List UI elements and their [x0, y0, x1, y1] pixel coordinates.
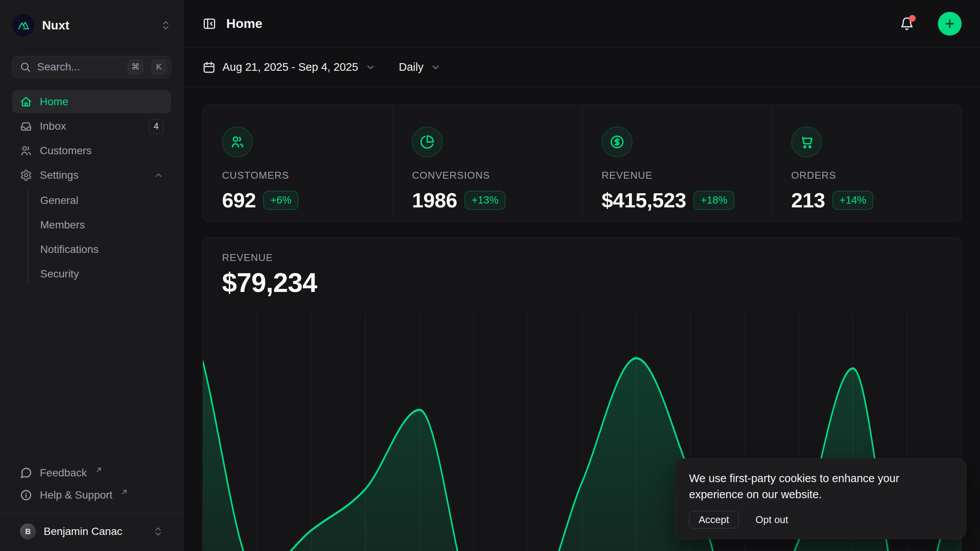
- help-support-link[interactable]: Help & Support: [12, 484, 171, 506]
- stat-customers[interactable]: CUSTOMERS 692 +6%: [203, 105, 392, 221]
- revenue-chart-value: $79,234: [222, 267, 942, 298]
- chevrons-up-down-icon: [160, 20, 171, 31]
- search-icon: [20, 61, 31, 73]
- sidebar-item-home[interactable]: Home: [12, 90, 171, 113]
- stat-delta-badge: +13%: [465, 191, 505, 210]
- granularity-value: Daily: [399, 61, 423, 73]
- stat-revenue[interactable]: REVENUE $415,523 +18%: [582, 105, 772, 221]
- stat-label: REVENUE: [602, 170, 772, 181]
- info-circle-icon: [20, 489, 32, 501]
- settings-subnav: General Members Notifications Security: [12, 188, 171, 286]
- chevron-up-icon: [154, 170, 163, 180]
- avatar: B: [20, 523, 36, 540]
- filters-toolbar: Aug 21, 2025 - Sep 4, 2025 Daily: [184, 47, 980, 87]
- stat-label: CUSTOMERS: [222, 170, 392, 181]
- stat-delta-badge: +18%: [694, 191, 734, 210]
- kbd-k: K: [152, 60, 166, 74]
- team-selector[interactable]: Nuxt: [12, 14, 171, 37]
- stat-value: 213: [791, 188, 825, 212]
- sidebar-item-security[interactable]: Security: [40, 262, 171, 286]
- user-menu[interactable]: B Benjamin Canac: [12, 520, 171, 543]
- cookie-message: We use first-party cookies to enhance yo…: [689, 470, 934, 502]
- sidebar-spacer: [0, 286, 183, 462]
- inbox-icon: [20, 120, 32, 132]
- stat-label: ORDERS: [791, 170, 961, 181]
- page-header: Home: [184, 0, 980, 47]
- feedback-label: Feedback: [40, 467, 87, 479]
- subnav-label: Security: [40, 268, 79, 280]
- stat-conversions[interactable]: CONVERSIONS 1986 +13%: [392, 105, 582, 221]
- inbox-count-badge: 4: [149, 119, 163, 134]
- home-icon: [20, 96, 32, 108]
- sidebar-item-label: Settings: [40, 169, 146, 181]
- stat-value: 692: [222, 188, 256, 212]
- sidebar-item-label: Customers: [40, 145, 91, 157]
- subnav-label: Members: [40, 219, 85, 231]
- sidebar-footer: Feedback Help & Support: [12, 462, 171, 506]
- kbd-cmd: ⌘: [128, 60, 143, 74]
- sidebar-item-customers[interactable]: Customers: [12, 139, 171, 162]
- customers-icon: [20, 145, 32, 157]
- feedback-link[interactable]: Feedback: [12, 462, 171, 484]
- plus-icon: [944, 18, 956, 30]
- sidebar-item-general[interactable]: General: [40, 188, 171, 213]
- date-range-picker[interactable]: Aug 21, 2025 - Sep 4, 2025: [203, 61, 376, 74]
- opt-out-button[interactable]: Opt out: [756, 514, 788, 526]
- team-name: Nuxt: [42, 18, 153, 33]
- cookie-actions: Accept Opt out: [689, 511, 952, 528]
- sidebar-item-notifications[interactable]: Notifications: [40, 237, 171, 262]
- search-placeholder: Search...: [37, 61, 122, 73]
- stat-label: CONVERSIONS: [412, 170, 582, 181]
- accept-cookies-button[interactable]: Accept: [689, 511, 739, 528]
- chevrons-up-down-icon: [153, 526, 163, 537]
- add-button[interactable]: [938, 12, 962, 36]
- users-icon: [222, 127, 253, 157]
- subnav-label: General: [40, 194, 78, 207]
- circle-dollar-icon: [602, 127, 632, 157]
- cookie-banner: We use first-party cookies to enhance yo…: [675, 458, 967, 539]
- sidebar-item-label: Home: [40, 96, 69, 108]
- sidebar-item-label: Inbox: [40, 120, 141, 132]
- external-link-icon: [95, 466, 102, 473]
- granularity-select[interactable]: Daily: [399, 61, 441, 73]
- settings-gear-icon: [20, 169, 32, 181]
- external-link-icon: [121, 489, 128, 496]
- subnav-guide-line: [28, 191, 28, 282]
- subnav-label: Notifications: [40, 243, 99, 256]
- shopping-cart-icon: [791, 127, 822, 157]
- stat-orders[interactable]: ORDERS 213 +14%: [772, 105, 961, 221]
- calendar-icon: [203, 61, 216, 74]
- nuxt-logo-icon: [12, 14, 34, 36]
- revenue-chart-header: REVENUE $79,234: [203, 238, 961, 298]
- stat-value: $415,523: [602, 188, 686, 212]
- stat-delta-badge: +14%: [833, 191, 873, 210]
- sidebar-item-inbox[interactable]: Inbox 4: [12, 115, 171, 138]
- stat-delta-badge: +6%: [263, 191, 298, 210]
- pie-chart-icon: [412, 127, 443, 157]
- help-support-label: Help & Support: [40, 489, 113, 501]
- page-title: Home: [226, 16, 890, 31]
- sidebar-item-members[interactable]: Members: [40, 213, 171, 237]
- collapse-sidebar-icon[interactable]: [203, 17, 216, 31]
- revenue-chart-label: REVENUE: [222, 252, 942, 264]
- date-range-value: Aug 21, 2025 - Sep 4, 2025: [222, 61, 358, 73]
- stat-value: 1986: [412, 188, 457, 212]
- sidebar-user-section: B Benjamin Canac: [0, 513, 183, 551]
- message-bubble-icon: [20, 467, 32, 479]
- chevron-down-icon: [365, 62, 376, 73]
- sidebar-item-settings[interactable]: Settings: [12, 164, 171, 187]
- chevron-down-icon: [430, 62, 441, 73]
- search-input[interactable]: Search... ⌘ K: [12, 56, 171, 78]
- notification-dot: [909, 15, 916, 22]
- stats-panel: CUSTOMERS 692 +6% CONVERSIONS 1986 +13%: [203, 105, 962, 221]
- sidebar-nav: Home Inbox 4 Customers Settings: [12, 90, 171, 286]
- sidebar: Nuxt Search... ⌘ K Home Inbox 4: [0, 0, 184, 551]
- notifications-button[interactable]: [900, 16, 914, 31]
- user-name: Benjamin Canac: [44, 525, 145, 538]
